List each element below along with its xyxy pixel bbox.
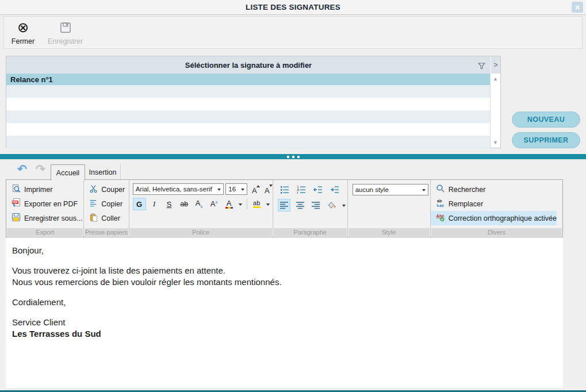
bold-button[interactable]: G [133, 198, 146, 210]
undo-icon[interactable]: ↶ [17, 163, 27, 175]
numbered-list-button[interactable]: 1AI [294, 183, 308, 196]
editor-line: Bonjour, [12, 245, 563, 256]
table-rows: Relance n°1 [6, 74, 490, 148]
imprimer-button[interactable]: Imprimer [6, 182, 83, 197]
couper-button[interactable]: Couper [84, 182, 128, 197]
splitter-dot [287, 156, 289, 158]
italic-button[interactable]: I [148, 198, 161, 210]
grow-font-button[interactable]: A [249, 183, 260, 195]
nouveau-button[interactable]: NOUVEAU [512, 112, 580, 128]
subscript-button[interactable]: Ax [193, 198, 206, 210]
indent-button[interactable] [328, 183, 342, 196]
strikethrough-button[interactable]: ab [178, 198, 191, 210]
group-label-police: Police [130, 228, 272, 236]
table-row-empty [6, 123, 490, 136]
remplacer-button[interactable]: ab↳ac Remplacer [431, 197, 562, 211]
fill-color-dropdown[interactable] [341, 202, 347, 209]
scroll-up-icon[interactable]: ▲ [491, 76, 500, 82]
spellcheck-icon: Abc [436, 213, 445, 224]
dropdown-arrow-icon [217, 189, 221, 193]
save-as-icon [12, 213, 21, 224]
svg-text:ab: ab [437, 199, 442, 203]
highlight-button[interactable]: ab [250, 198, 263, 210]
column-expander-button[interactable]: > [491, 56, 500, 74]
enregistrer-sous-button[interactable]: Enregistrer sous... [6, 211, 83, 225]
bullet-list-icon [280, 185, 289, 194]
floppy-disk-icon [60, 21, 71, 34]
supprimer-button[interactable]: SUPPRIMER [512, 132, 580, 148]
align-center-icon [296, 201, 305, 209]
table-row-empty [6, 98, 490, 110]
redo-icon[interactable]: ↷ [36, 163, 45, 175]
superscript-mark: x [215, 199, 217, 205]
enregistrer-sous-label: Enregistrer sous... [24, 214, 82, 222]
group-paragraphe: 1AI Paragraphe [273, 180, 348, 237]
fermer-button[interactable]: ⊗ Fermer [4, 17, 42, 48]
tab-accueil[interactable]: Accueil [51, 164, 85, 180]
table-body: Relance n°1 ▲ ▼ [6, 74, 500, 148]
dropdown-arrow-icon [241, 189, 244, 193]
align-right-button[interactable] [309, 199, 323, 212]
enregistrer-button[interactable]: Enregistrer [42, 17, 89, 48]
align-left-button[interactable] [278, 199, 291, 212]
dropdown-arrow-icon [342, 205, 346, 209]
copier-label: Copier [101, 200, 122, 208]
editor-line: Nous vous remercions de bien vouloir rég… [12, 276, 563, 288]
table-scrollbar[interactable]: ▲ ▼ [490, 74, 500, 148]
font-color-dropdown[interactable] [238, 201, 244, 207]
filter-icon[interactable] [478, 62, 485, 72]
editor-line: Vous trouverez ci-joint la liste des pai… [12, 265, 563, 276]
font-size-select[interactable]: 16 [225, 183, 247, 195]
tab-insertion[interactable]: Insertion [85, 164, 121, 180]
font-color-button[interactable]: A [223, 198, 236, 210]
font-size-value: 16 [228, 186, 236, 193]
police-row-2: G I S ab Ax Ax A ab [133, 198, 273, 210]
align-right-icon [311, 201, 320, 209]
group-label-style: Style [348, 228, 430, 236]
style-select[interactable]: aucun style [353, 184, 428, 195]
align-center-button[interactable] [293, 199, 307, 212]
main-toolbar: ⊗ Fermer Enregistrer [3, 16, 583, 49]
highlight-dropdown[interactable] [265, 201, 271, 207]
signature-table: Séléctionner la signature à modifier > R… [6, 56, 501, 148]
spellcheck-toggle-button[interactable]: Abc Correction orthographique activée [431, 211, 557, 225]
svg-text:Abc: Abc [436, 213, 444, 218]
exporter-pdf-button[interactable]: PDF Exporter en PDF [6, 197, 83, 211]
triangle-down-icon [269, 185, 273, 189]
font-family-select[interactable]: Arial, Helvetica, sans-serif [133, 183, 224, 195]
close-button[interactable]: × [572, 2, 583, 13]
superscript-button[interactable]: Ax [208, 198, 221, 210]
close-icon: × [575, 3, 580, 11]
rechercher-button[interactable]: Rechercher [431, 182, 562, 197]
circled-x-icon: ⊗ [17, 21, 29, 34]
group-export: Imprimer PDF Exporter en PDF Enregistrer… [6, 180, 84, 237]
outdent-button[interactable] [311, 183, 325, 196]
font-family-value: Arial, Helvetica, sans-serif [136, 186, 212, 193]
table-row-empty [6, 85, 490, 98]
print-preview-icon [12, 184, 21, 195]
window-title: LISTE DES SIGNATURES [0, 3, 586, 11]
paragraphe-row-2 [278, 199, 347, 212]
table-header-label: Séléctionner la signature à modifier [185, 61, 312, 70]
coller-label: Coller [101, 214, 120, 222]
scroll-down-icon[interactable]: ▼ [491, 140, 500, 145]
splitter-handle[interactable] [0, 154, 586, 159]
fill-color-button[interactable] [325, 199, 339, 212]
font-color-letter: A [227, 200, 232, 206]
shrink-font-button[interactable]: A [262, 183, 273, 195]
table-row-empty [6, 110, 490, 123]
editor-area[interactable]: Bonjour, Vous trouverez ci-joint la list… [6, 237, 563, 389]
triangle-up-icon [256, 183, 260, 187]
paint-bucket-icon [327, 201, 337, 210]
table-row-selected[interactable]: Relance n°1 [6, 74, 490, 85]
table-header: Séléctionner la signature à modifier [6, 56, 491, 74]
coller-button[interactable]: Coller [84, 211, 128, 225]
bullet-list-button[interactable] [278, 183, 292, 196]
copier-button[interactable]: Copier [84, 197, 128, 211]
search-icon [436, 184, 445, 195]
group-label-divers: Divers [431, 228, 562, 236]
group-label-presse-papiers: Presse-papiers [85, 228, 128, 236]
ribbon: Imprimer PDF Exporter en PDF Enregistrer… [6, 179, 563, 237]
underline-button[interactable]: S [163, 198, 176, 210]
group-label-export: Export [7, 228, 83, 236]
